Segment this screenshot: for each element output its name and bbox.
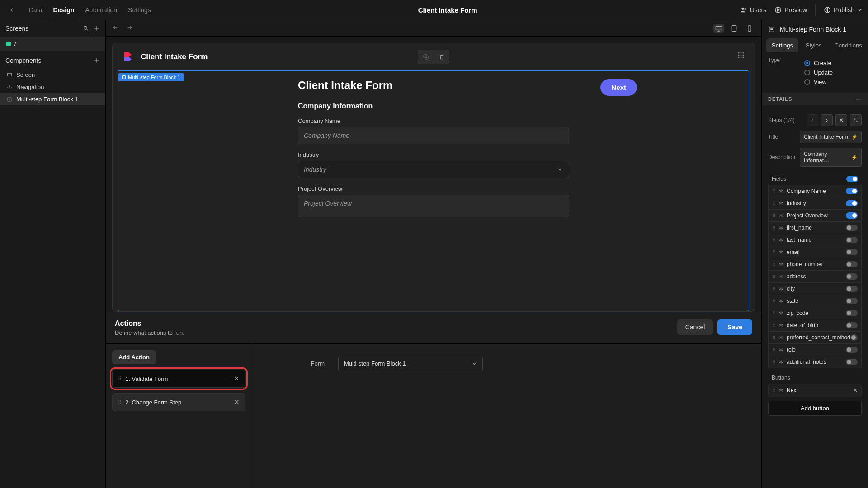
field-config-row[interactable]: ⠿✲Company Name	[768, 185, 862, 197]
field-toggle[interactable]	[846, 188, 858, 194]
field-config-row[interactable]: ⠿✲zip_code	[768, 307, 862, 319]
gear-icon[interactable]: ✲	[779, 213, 783, 219]
field-config-row[interactable]: ⠿✲role	[768, 344, 862, 356]
panel-tab-conditions[interactable]: Conditions	[829, 38, 867, 52]
gear-icon[interactable]: ✲	[779, 225, 783, 231]
step-next-button[interactable]: ›	[821, 114, 833, 126]
field-config-row[interactable]: ⠿✲phone_number	[768, 258, 862, 271]
gear-icon[interactable]: ✲	[779, 262, 783, 267]
select-input[interactable]: Industry	[298, 161, 569, 178]
type-radio-view[interactable]: View	[804, 79, 862, 85]
gear-icon[interactable]: ✲	[779, 310, 783, 316]
gear-icon[interactable]: ✲	[779, 298, 783, 304]
delete-icon[interactable]	[434, 50, 449, 64]
field-toggle[interactable]	[846, 225, 858, 231]
collapse-icon[interactable]: —	[856, 96, 862, 102]
field-config-row[interactable]: ⠿✲last_name	[768, 234, 862, 246]
gear-icon[interactable]: ✲	[779, 201, 783, 206]
field-config-row[interactable]: ⠿✲Industry	[768, 197, 862, 210]
field-config-row[interactable]: ⠿✲address	[768, 271, 862, 283]
gear-icon[interactable]: ✲	[779, 347, 783, 353]
field-config-row[interactable]: ⠿✲email	[768, 246, 862, 258]
next-button[interactable]: Next	[600, 79, 637, 96]
field-toggle[interactable]	[846, 310, 858, 316]
gear-icon[interactable]: ✲	[779, 274, 783, 280]
nav-tab-design[interactable]: Design	[49, 1, 79, 19]
desc-input[interactable]: Company Informat…⚡	[800, 148, 862, 167]
field-config-row[interactable]: ⠿✲preferred_contact_method	[768, 332, 862, 344]
field-toggle[interactable]	[846, 237, 858, 243]
add-screen-icon[interactable]	[94, 25, 100, 32]
nav-tab-automation[interactable]: Automation	[80, 1, 122, 19]
field-toggle[interactable]	[846, 261, 858, 267]
duplicate-icon[interactable]	[418, 50, 434, 64]
text-input[interactable]: Company Name	[298, 127, 569, 144]
field-config-row[interactable]: ⠿✲first_name	[768, 222, 862, 234]
action-item[interactable]: ⠿2. Change Form Step✕	[112, 393, 245, 411]
remove-button-icon[interactable]: ✕	[853, 387, 858, 394]
nav-tab-settings[interactable]: Settings	[123, 1, 156, 19]
component-item[interactable]: Multi-step Form Block 1	[0, 93, 105, 105]
remove-action-icon[interactable]: ✕	[234, 398, 240, 406]
field-config-row[interactable]: ⠿✲city	[768, 283, 862, 295]
gear-icon[interactable]: ✲	[779, 359, 783, 365]
gear-icon[interactable]: ✲	[779, 388, 783, 394]
component-item[interactable]: Navigation	[0, 81, 105, 93]
field-config-row[interactable]: ⠿✲date_of_birth	[768, 319, 862, 332]
type-radio-update[interactable]: Update	[804, 69, 862, 76]
gear-icon[interactable]: ✲	[779, 286, 783, 292]
field-toggle[interactable]	[846, 286, 858, 292]
add-component-icon[interactable]	[94, 57, 100, 64]
desktop-view-icon[interactable]	[713, 24, 724, 33]
panel-tab-settings[interactable]: Settings	[766, 38, 798, 52]
tablet-view-icon[interactable]	[729, 24, 740, 33]
step-add-button[interactable]	[850, 114, 862, 126]
step-prev-button[interactable]: ‹	[807, 114, 818, 126]
add-action-button[interactable]: Add Action	[112, 350, 156, 364]
gear-icon[interactable]: ✲	[779, 335, 783, 341]
step-remove-button[interactable]: ✕	[835, 114, 847, 126]
field-toggle[interactable]	[850, 334, 858, 341]
users-link[interactable]: Users	[740, 6, 767, 14]
gear-icon[interactable]: ✲	[779, 323, 783, 328]
field-toggle[interactable]	[846, 200, 858, 206]
redo-icon[interactable]	[126, 25, 133, 32]
field-toggle[interactable]	[846, 273, 858, 280]
drag-grid-icon[interactable]	[737, 52, 745, 59]
publish-button[interactable]: Publish	[815, 4, 863, 16]
cancel-button[interactable]: Cancel	[677, 319, 713, 335]
add-button[interactable]: Add button	[768, 401, 862, 416]
button-list-item[interactable]: ⠿ ✲ Next ✕	[768, 384, 862, 397]
search-icon[interactable]	[83, 25, 89, 32]
title-input[interactable]: Client Intake Form⚡	[800, 131, 862, 143]
gear-icon[interactable]: ✲	[779, 249, 783, 255]
form-select[interactable]: Multi-step Form Block 1	[338, 356, 483, 371]
field-toggle[interactable]	[846, 212, 858, 219]
bolt-icon[interactable]: ⚡	[851, 155, 858, 160]
field-toggle[interactable]	[846, 322, 858, 328]
gear-icon[interactable]: ✲	[779, 188, 783, 194]
gear-icon[interactable]: ✲	[779, 237, 783, 243]
field-config-row[interactable]: ⠿✲state	[768, 295, 862, 307]
field-toggle[interactable]	[846, 347, 858, 353]
remove-action-icon[interactable]: ✕	[234, 375, 240, 383]
preview-link[interactable]: Preview	[774, 6, 807, 14]
save-button[interactable]: Save	[717, 319, 752, 335]
nav-tab-data[interactable]: Data	[24, 1, 47, 19]
textarea-input[interactable]: Project Overview	[298, 195, 569, 217]
field-toggle[interactable]	[846, 249, 858, 255]
mobile-view-icon[interactable]	[744, 24, 755, 33]
field-toggle[interactable]	[846, 298, 858, 304]
panel-tab-styles[interactable]: Styles	[800, 38, 827, 52]
field-toggle[interactable]	[846, 359, 858, 365]
component-item[interactable]: Screen	[0, 69, 105, 81]
field-config-row[interactable]: ⠿✲Project Overview	[768, 210, 862, 222]
back-button[interactable]	[5, 4, 18, 16]
field-config-row[interactable]: ⠿✲additional_notes	[768, 356, 862, 368]
fields-master-toggle[interactable]	[846, 176, 858, 182]
undo-icon[interactable]	[112, 25, 119, 32]
screen-item[interactable]: /	[0, 37, 105, 51]
block-tag[interactable]: Multi-step Form Block 1	[118, 73, 184, 81]
bolt-icon[interactable]: ⚡	[851, 134, 858, 140]
action-item[interactable]: ⠿1. Validate Form✕	[112, 370, 245, 388]
